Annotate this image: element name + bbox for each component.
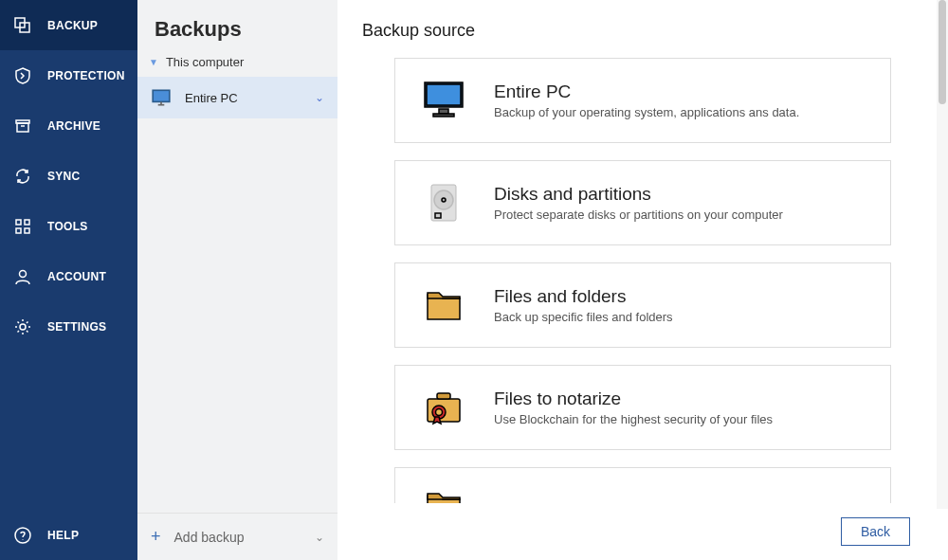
back-button[interactable]: Back — [841, 517, 910, 546]
source-title: Disks and partitions — [494, 184, 783, 205]
nav-label: ACCOUNT — [47, 270, 106, 283]
nav-label: BACKUP — [47, 19, 98, 32]
nav-archive[interactable]: ARCHIVE — [0, 100, 137, 151]
svg-rect-19 — [433, 114, 454, 117]
chevron-down-icon: ⌄ — [315, 531, 324, 544]
nav-help[interactable]: HELP — [0, 510, 137, 560]
source-desc: Backup of your operating system, applica… — [494, 105, 799, 119]
nav-label: SYNC — [47, 170, 81, 183]
collapse-icon: ▼ — [149, 57, 158, 67]
source-title: Files to notarize — [494, 388, 773, 409]
svg-rect-25 — [437, 393, 450, 399]
panel-group[interactable]: ▼ This computer — [137, 45, 337, 77]
nav-label: PROTECTION — [47, 69, 125, 82]
panel-title: Backups — [137, 0, 337, 45]
plus-icon: + — [151, 527, 161, 547]
nav-label: TOOLS — [47, 220, 88, 233]
backups-panel: Backups ▼ This computer Entire PC ⌄ + Ad… — [137, 0, 337, 560]
main-content: Backup source Entire PC Backup of your o… — [337, 0, 948, 560]
source-list: Entire PC Backup of your operating syste… — [362, 58, 923, 503]
svg-rect-23 — [435, 213, 441, 218]
svg-point-27 — [436, 409, 443, 416]
svg-rect-6 — [25, 220, 29, 225]
folder-icon — [420, 281, 467, 329]
folder-icon — [420, 489, 467, 503]
user-icon — [13, 267, 32, 286]
nav-sync[interactable]: SYNC — [0, 151, 137, 201]
briefcase-seal-icon — [420, 384, 467, 431]
monitor-icon — [151, 87, 172, 108]
svg-rect-13 — [153, 90, 170, 101]
scrollbar-track[interactable] — [937, 0, 948, 509]
nav-settings[interactable]: SETTINGS — [0, 301, 137, 352]
svg-rect-3 — [17, 123, 28, 132]
svg-point-22 — [442, 198, 446, 202]
nav-label: SETTINGS — [47, 320, 106, 334]
backup-icon — [13, 16, 32, 35]
nav-account[interactable]: ACCOUNT — [0, 251, 137, 301]
source-title: Files and folders — [494, 286, 673, 307]
chevron-down-icon: ⌄ — [315, 91, 324, 104]
svg-rect-17 — [427, 84, 461, 105]
panel-group-label: This computer — [166, 55, 244, 69]
nav-backup[interactable]: BACKUP — [0, 0, 137, 50]
help-icon — [13, 526, 32, 545]
sync-icon — [13, 167, 32, 186]
gear-icon — [13, 317, 32, 336]
source-maize[interactable]: MAIZE — [394, 467, 891, 503]
nav-label: HELP — [47, 529, 79, 542]
main-title: Backup source — [362, 21, 923, 41]
monitor-icon — [420, 77, 467, 124]
svg-rect-7 — [16, 228, 21, 233]
source-entire-pc[interactable]: Entire PC Backup of your operating syste… — [394, 58, 891, 143]
scrollbar-thumb[interactable] — [939, 0, 946, 104]
nav-label: ARCHIVE — [47, 119, 100, 133]
add-backup-button[interactable]: + Add backup ⌄ — [137, 513, 337, 560]
backup-item-entire-pc[interactable]: Entire PC ⌄ — [137, 77, 337, 118]
source-desc: Back up specific files and folders — [494, 310, 673, 324]
add-backup-label: Add backup — [174, 530, 245, 545]
source-notarize[interactable]: Files to notarize Use Blockchain for the… — [394, 365, 891, 450]
source-disks[interactable]: Disks and partitions Protect separate di… — [394, 160, 891, 245]
svg-rect-5 — [16, 220, 21, 225]
shield-icon — [13, 66, 32, 85]
source-desc: Use Blockchain for the highest security … — [494, 412, 773, 426]
svg-rect-8 — [25, 228, 29, 233]
hdd-icon — [420, 179, 467, 226]
source-desc: Protect separate disks or partitions on … — [494, 208, 783, 222]
svg-point-9 — [20, 270, 27, 277]
backup-item-label: Entire PC — [185, 91, 238, 105]
archive-icon — [13, 117, 32, 135]
sidebar-nav: BACKUP PROTECTION ARCHIVE SYNC TOOLS ACC… — [0, 0, 137, 560]
nav-tools[interactable]: TOOLS — [0, 201, 137, 251]
nav-protection[interactable]: PROTECTION — [0, 50, 137, 100]
source-files-folders[interactable]: Files and folders Back up specific files… — [394, 262, 891, 348]
grid-icon — [13, 217, 32, 236]
svg-point-11 — [15, 528, 30, 543]
source-title: Entire PC — [494, 81, 799, 102]
svg-point-10 — [20, 324, 26, 330]
source-title: MAIZE — [494, 480, 562, 503]
bottom-bar: Back — [362, 503, 923, 560]
svg-point-12 — [23, 539, 24, 540]
